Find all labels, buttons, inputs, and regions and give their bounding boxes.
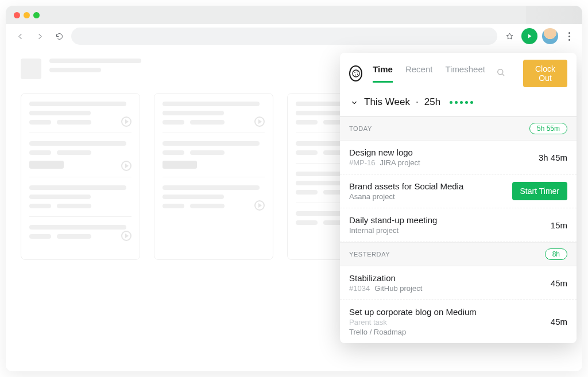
card-placeholder [163, 185, 265, 216]
browser-window: Time Recent Timesheet Clock Out This Wee… [6, 6, 582, 371]
entry-duration: 3h 45m [539, 153, 567, 162]
svg-point-2 [357, 71, 358, 72]
page-content: Time Recent Timesheet Clock Out This Wee… [6, 48, 582, 371]
entry-project: JIRA project [380, 158, 420, 167]
section-total-chip: 5h 55m [529, 123, 567, 134]
time-entry[interactable]: Design new logo #MP-16 JIRA project 3h 4… [340, 141, 577, 174]
entry-code: #MP-16 [349, 158, 376, 167]
entry-title: Set up corporate blog on Medium [349, 307, 551, 317]
clock-out-button[interactable]: Clock Out [523, 60, 567, 87]
everhour-logo-icon [349, 65, 362, 81]
card-placeholder [29, 225, 131, 247]
window-titlebar [6, 6, 582, 24]
section-header-yesterday: YESTERDAY 8h [340, 242, 577, 266]
bookmark-star-button[interactable] [502, 29, 517, 44]
play-icon [121, 116, 131, 127]
window-minimize-button[interactable] [24, 12, 30, 18]
summary-hours: 25h [424, 96, 440, 108]
entry-title: Brand assets for Social Media [349, 181, 512, 191]
reload-button[interactable] [52, 29, 67, 44]
svg-point-1 [354, 72, 355, 73]
entry-parent: Parent task [349, 318, 551, 327]
week-summary-row[interactable]: This Week · 25h [340, 87, 577, 116]
entry-project: Trello / Roadmap [349, 328, 551, 336]
back-button[interactable] [13, 29, 28, 44]
svg-point-4 [354, 75, 355, 76]
play-icon [254, 200, 265, 211]
browser-toolbar [6, 24, 582, 48]
entry-project: GitHub project [374, 284, 422, 293]
board-column [154, 93, 273, 260]
section-label: TODAY [349, 125, 372, 132]
section-label: YESTERDAY [349, 251, 390, 258]
section-header-today: TODAY 5h 55m [340, 116, 577, 141]
entry-duration: 45m [551, 317, 567, 327]
browser-menu-button[interactable] [563, 29, 575, 44]
search-icon[interactable] [496, 67, 506, 80]
time-entry[interactable]: Stabilization #1034 GitHub project 45m [340, 266, 577, 300]
card-placeholder [29, 102, 131, 133]
tab-recent[interactable]: Recent [405, 64, 433, 83]
window-zoom-button[interactable] [33, 12, 40, 18]
play-icon [121, 231, 131, 241]
play-icon [254, 116, 265, 127]
time-entry[interactable]: Set up corporate blog on Medium Parent t… [340, 300, 577, 343]
summary-label: This Week [364, 96, 410, 108]
card-placeholder [29, 141, 131, 177]
popup-header: Time Recent Timesheet Clock Out [340, 53, 577, 87]
svg-point-0 [353, 70, 359, 77]
entry-title: Daily stand-up meeting [349, 215, 551, 225]
everhour-extension-button[interactable] [521, 28, 537, 44]
titlebar-decoration [526, 6, 582, 24]
extension-popup: Time Recent Timesheet Clock Out This Wee… [340, 53, 577, 343]
card-placeholder [163, 141, 265, 177]
entry-duration: 45m [551, 278, 567, 288]
address-bar[interactable] [71, 28, 497, 45]
entry-project: Asana project [349, 192, 395, 201]
entry-project: Internal project [349, 226, 399, 235]
entry-title: Design new logo [349, 147, 539, 157]
entry-title: Stabilization [349, 273, 551, 283]
tab-time[interactable]: Time [373, 64, 393, 83]
svg-point-5 [498, 69, 503, 75]
card-placeholder [29, 185, 131, 217]
weekday-dots-icon [450, 101, 473, 104]
time-entry[interactable]: Brand assets for Social Media Asana proj… [340, 174, 577, 208]
popup-tabs: Time Recent Timesheet [373, 64, 485, 83]
profile-avatar-button[interactable] [542, 28, 558, 44]
entry-code: #1034 [349, 284, 370, 293]
forward-button[interactable] [32, 29, 47, 44]
start-timer-button[interactable]: Start Timer [512, 182, 567, 200]
window-close-button[interactable] [14, 12, 20, 18]
entry-duration: 15m [551, 220, 567, 230]
tab-timesheet[interactable]: Timesheet [445, 64, 485, 83]
board-column [21, 93, 140, 260]
section-total-chip: 8h [545, 248, 567, 260]
svg-point-3 [357, 73, 358, 75]
time-entry[interactable]: Daily stand-up meeting Internal project … [340, 208, 577, 242]
summary-separator: · [416, 96, 419, 108]
chevron-down-icon [350, 98, 358, 106]
card-placeholder [163, 102, 265, 133]
play-icon [121, 161, 131, 171]
